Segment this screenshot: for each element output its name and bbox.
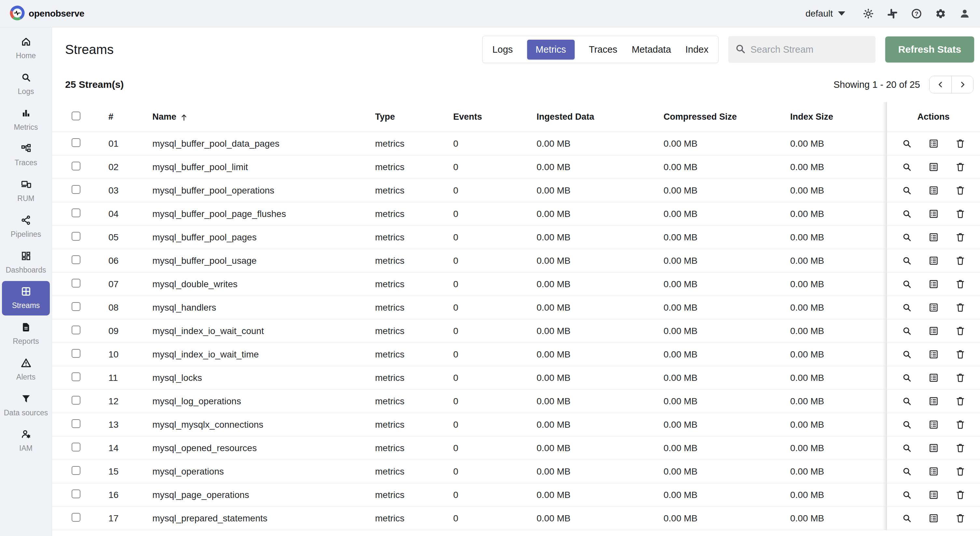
row-checkbox[interactable] bbox=[72, 208, 80, 217]
tab-metadata[interactable]: Metadata bbox=[632, 40, 671, 60]
row-checkbox[interactable] bbox=[72, 185, 80, 194]
column-header-compressed[interactable]: Compressed Size bbox=[663, 112, 790, 122]
explore-stream-button[interactable] bbox=[901, 349, 913, 360]
stream-details-button[interactable] bbox=[928, 349, 939, 360]
delete-stream-button[interactable] bbox=[954, 161, 966, 173]
stream-details-button[interactable] bbox=[928, 138, 939, 150]
stream-details-button[interactable] bbox=[928, 185, 939, 197]
column-header-events[interactable]: Events bbox=[453, 112, 536, 122]
explore-stream-button[interactable] bbox=[901, 395, 913, 407]
row-checkbox[interactable] bbox=[72, 349, 80, 358]
delete-stream-button[interactable] bbox=[954, 278, 966, 290]
row-checkbox[interactable] bbox=[72, 396, 80, 404]
delete-stream-button[interactable] bbox=[954, 372, 966, 384]
stream-details-button[interactable] bbox=[928, 489, 939, 501]
delete-stream-button[interactable] bbox=[954, 489, 966, 501]
delete-stream-button[interactable] bbox=[954, 512, 966, 524]
row-checkbox[interactable] bbox=[72, 138, 80, 147]
settings-gear-icon[interactable] bbox=[935, 8, 946, 19]
row-checkbox[interactable] bbox=[72, 232, 80, 241]
sidebar-item-data-sources[interactable]: Data sources bbox=[2, 389, 50, 423]
explore-stream-button[interactable] bbox=[901, 255, 913, 267]
explore-stream-button[interactable] bbox=[901, 302, 913, 314]
delete-stream-button[interactable] bbox=[954, 302, 966, 314]
stream-details-button[interactable] bbox=[928, 161, 939, 173]
delete-stream-button[interactable] bbox=[954, 349, 966, 360]
profile-icon[interactable] bbox=[959, 8, 970, 19]
delete-stream-button[interactable] bbox=[954, 208, 966, 220]
delete-stream-button[interactable] bbox=[954, 232, 966, 243]
explore-stream-button[interactable] bbox=[901, 232, 913, 243]
explore-stream-button[interactable] bbox=[901, 161, 913, 173]
sidebar-item-logs[interactable]: Logs bbox=[2, 67, 50, 101]
delete-stream-button[interactable] bbox=[954, 466, 966, 477]
stream-details-button[interactable] bbox=[928, 395, 939, 407]
explore-stream-button[interactable] bbox=[901, 442, 913, 454]
explore-stream-button[interactable] bbox=[901, 325, 913, 337]
stream-details-button[interactable] bbox=[928, 232, 939, 243]
row-checkbox[interactable] bbox=[72, 442, 80, 452]
sidebar-item-iam[interactable]: IAM bbox=[2, 424, 50, 458]
delete-stream-button[interactable] bbox=[954, 395, 966, 407]
delete-stream-button[interactable] bbox=[954, 138, 966, 150]
explore-stream-button[interactable] bbox=[901, 372, 913, 384]
explore-stream-button[interactable] bbox=[901, 278, 913, 290]
explore-stream-button[interactable] bbox=[901, 419, 913, 431]
select-all-checkbox[interactable] bbox=[72, 111, 80, 121]
stream-details-button[interactable] bbox=[928, 302, 939, 314]
explore-stream-button[interactable] bbox=[901, 208, 913, 220]
stream-details-button[interactable] bbox=[928, 278, 939, 290]
refresh-stats-button[interactable]: Refresh Stats bbox=[885, 36, 974, 62]
next-page-button[interactable] bbox=[951, 76, 973, 93]
tab-index[interactable]: Index bbox=[685, 40, 708, 60]
sidebar-item-traces[interactable]: Traces bbox=[2, 138, 50, 173]
column-header-index-size[interactable]: Index Size bbox=[790, 112, 882, 122]
sidebar-item-home[interactable]: Home bbox=[2, 31, 50, 66]
row-checkbox[interactable] bbox=[72, 279, 80, 287]
row-checkbox[interactable] bbox=[72, 302, 80, 311]
previous-page-button[interactable] bbox=[929, 76, 951, 93]
help-icon[interactable]: ? bbox=[911, 8, 922, 19]
sidebar-item-streams[interactable]: Streams bbox=[2, 281, 50, 316]
sidebar-item-alerts[interactable]: Alerts bbox=[2, 352, 50, 387]
column-header-ingested[interactable]: Ingested Data bbox=[536, 112, 663, 122]
org-selector[interactable]: default bbox=[805, 8, 845, 19]
tab-traces[interactable]: Traces bbox=[589, 40, 617, 60]
row-checkbox[interactable] bbox=[72, 162, 80, 170]
stream-details-button[interactable] bbox=[928, 255, 939, 267]
stream-details-button[interactable] bbox=[928, 325, 939, 337]
explore-stream-button[interactable] bbox=[901, 489, 913, 501]
delete-stream-button[interactable] bbox=[954, 419, 966, 431]
explore-stream-button[interactable] bbox=[901, 466, 913, 477]
row-checkbox[interactable] bbox=[72, 466, 80, 475]
row-checkbox[interactable] bbox=[72, 255, 80, 264]
sidebar-item-reports[interactable]: Reports bbox=[2, 317, 50, 351]
stream-details-button[interactable] bbox=[928, 442, 939, 454]
delete-stream-button[interactable] bbox=[954, 255, 966, 267]
stream-details-button[interactable] bbox=[928, 466, 939, 477]
explore-stream-button[interactable] bbox=[901, 138, 913, 150]
tab-logs[interactable]: Logs bbox=[492, 40, 513, 60]
stream-details-button[interactable] bbox=[928, 419, 939, 431]
column-header-name[interactable]: Name bbox=[146, 112, 375, 122]
row-checkbox[interactable] bbox=[72, 325, 80, 335]
stream-details-button[interactable] bbox=[928, 372, 939, 384]
sidebar-item-dashboards[interactable]: Dashboards bbox=[2, 246, 50, 280]
delete-stream-button[interactable] bbox=[954, 442, 966, 454]
row-checkbox[interactable] bbox=[72, 419, 80, 428]
sidebar-item-rum[interactable]: RUM bbox=[2, 174, 50, 208]
slack-icon[interactable] bbox=[887, 8, 898, 19]
search-stream-input[interactable] bbox=[751, 44, 869, 55]
theme-toggle-button[interactable] bbox=[863, 8, 874, 19]
delete-stream-button[interactable] bbox=[954, 185, 966, 197]
column-header-type[interactable]: Type bbox=[375, 112, 453, 122]
tab-metrics[interactable]: Metrics bbox=[527, 40, 574, 60]
stream-details-button[interactable] bbox=[928, 512, 939, 524]
delete-stream-button[interactable] bbox=[954, 325, 966, 337]
explore-stream-button[interactable] bbox=[901, 512, 913, 524]
explore-stream-button[interactable] bbox=[901, 185, 913, 197]
row-checkbox[interactable] bbox=[72, 513, 80, 522]
sidebar-item-metrics[interactable]: Metrics bbox=[2, 103, 50, 137]
column-header-num[interactable]: # bbox=[101, 112, 146, 122]
sidebar-item-pipelines[interactable]: Pipelines bbox=[2, 210, 50, 244]
